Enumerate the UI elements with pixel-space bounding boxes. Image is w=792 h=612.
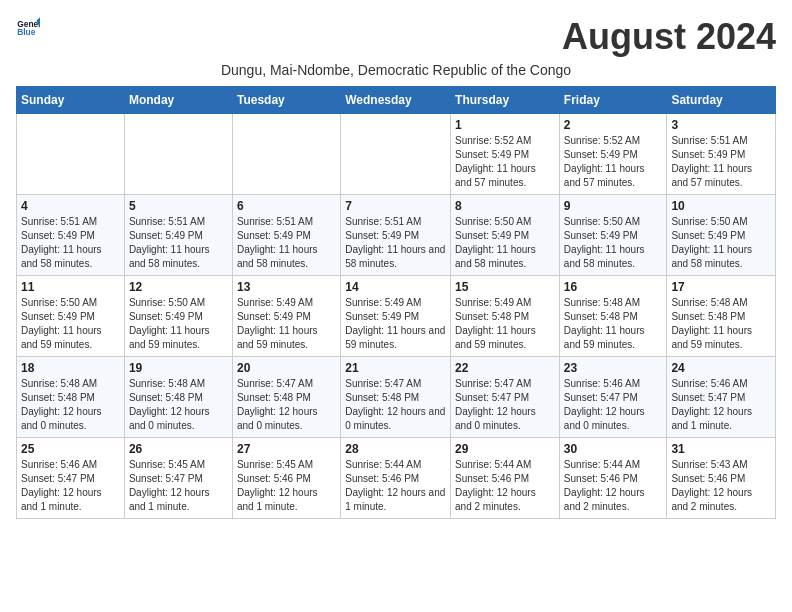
- day-info: Sunrise: 5:46 AM Sunset: 5:47 PM Dayligh…: [564, 377, 663, 433]
- day-info: Sunrise: 5:51 AM Sunset: 5:49 PM Dayligh…: [21, 215, 120, 271]
- calendar-cell: 11Sunrise: 5:50 AM Sunset: 5:49 PM Dayli…: [17, 276, 125, 357]
- day-number: 13: [237, 280, 336, 294]
- day-info: Sunrise: 5:50 AM Sunset: 5:49 PM Dayligh…: [671, 215, 771, 271]
- calendar-cell: 27Sunrise: 5:45 AM Sunset: 5:46 PM Dayli…: [232, 438, 340, 519]
- day-number: 29: [455, 442, 555, 456]
- day-info: Sunrise: 5:45 AM Sunset: 5:47 PM Dayligh…: [129, 458, 228, 514]
- calendar-week-row: 11Sunrise: 5:50 AM Sunset: 5:49 PM Dayli…: [17, 276, 776, 357]
- calendar-body: 1Sunrise: 5:52 AM Sunset: 5:49 PM Daylig…: [17, 114, 776, 519]
- calendar-cell: 5Sunrise: 5:51 AM Sunset: 5:49 PM Daylig…: [124, 195, 232, 276]
- day-info: Sunrise: 5:48 AM Sunset: 5:48 PM Dayligh…: [129, 377, 228, 433]
- day-info: Sunrise: 5:52 AM Sunset: 5:49 PM Dayligh…: [455, 134, 555, 190]
- calendar-cell: 9Sunrise: 5:50 AM Sunset: 5:49 PM Daylig…: [559, 195, 667, 276]
- calendar-cell: 10Sunrise: 5:50 AM Sunset: 5:49 PM Dayli…: [667, 195, 776, 276]
- day-info: Sunrise: 5:51 AM Sunset: 5:49 PM Dayligh…: [671, 134, 771, 190]
- day-info: Sunrise: 5:49 AM Sunset: 5:49 PM Dayligh…: [237, 296, 336, 352]
- day-info: Sunrise: 5:50 AM Sunset: 5:49 PM Dayligh…: [21, 296, 120, 352]
- calendar-cell: [341, 114, 451, 195]
- day-number: 8: [455, 199, 555, 213]
- day-number: 14: [345, 280, 446, 294]
- day-number: 6: [237, 199, 336, 213]
- calendar-cell: 18Sunrise: 5:48 AM Sunset: 5:48 PM Dayli…: [17, 357, 125, 438]
- svg-text:Blue: Blue: [17, 27, 36, 37]
- day-number: 26: [129, 442, 228, 456]
- day-info: Sunrise: 5:51 AM Sunset: 5:49 PM Dayligh…: [237, 215, 336, 271]
- day-info: Sunrise: 5:44 AM Sunset: 5:46 PM Dayligh…: [564, 458, 663, 514]
- day-info: Sunrise: 5:48 AM Sunset: 5:48 PM Dayligh…: [564, 296, 663, 352]
- column-header-wednesday: Wednesday: [341, 87, 451, 114]
- column-header-monday: Monday: [124, 87, 232, 114]
- calendar-cell: 23Sunrise: 5:46 AM Sunset: 5:47 PM Dayli…: [559, 357, 667, 438]
- column-header-saturday: Saturday: [667, 87, 776, 114]
- calendar-cell: [124, 114, 232, 195]
- day-number: 24: [671, 361, 771, 375]
- day-info: Sunrise: 5:47 AM Sunset: 5:47 PM Dayligh…: [455, 377, 555, 433]
- day-info: Sunrise: 5:45 AM Sunset: 5:46 PM Dayligh…: [237, 458, 336, 514]
- calendar-week-row: 4Sunrise: 5:51 AM Sunset: 5:49 PM Daylig…: [17, 195, 776, 276]
- day-number: 21: [345, 361, 446, 375]
- calendar-cell: 25Sunrise: 5:46 AM Sunset: 5:47 PM Dayli…: [17, 438, 125, 519]
- calendar-cell: 19Sunrise: 5:48 AM Sunset: 5:48 PM Dayli…: [124, 357, 232, 438]
- day-number: 16: [564, 280, 663, 294]
- day-number: 5: [129, 199, 228, 213]
- day-info: Sunrise: 5:47 AM Sunset: 5:48 PM Dayligh…: [237, 377, 336, 433]
- day-number: 10: [671, 199, 771, 213]
- day-info: Sunrise: 5:49 AM Sunset: 5:48 PM Dayligh…: [455, 296, 555, 352]
- day-info: Sunrise: 5:50 AM Sunset: 5:49 PM Dayligh…: [455, 215, 555, 271]
- column-header-friday: Friday: [559, 87, 667, 114]
- day-info: Sunrise: 5:44 AM Sunset: 5:46 PM Dayligh…: [455, 458, 555, 514]
- calendar-cell: 3Sunrise: 5:51 AM Sunset: 5:49 PM Daylig…: [667, 114, 776, 195]
- calendar-cell: 8Sunrise: 5:50 AM Sunset: 5:49 PM Daylig…: [451, 195, 560, 276]
- column-header-tuesday: Tuesday: [232, 87, 340, 114]
- calendar-cell: 17Sunrise: 5:48 AM Sunset: 5:48 PM Dayli…: [667, 276, 776, 357]
- day-number: 7: [345, 199, 446, 213]
- day-info: Sunrise: 5:47 AM Sunset: 5:48 PM Dayligh…: [345, 377, 446, 433]
- calendar-cell: 16Sunrise: 5:48 AM Sunset: 5:48 PM Dayli…: [559, 276, 667, 357]
- calendar-cell: [232, 114, 340, 195]
- calendar-cell: 1Sunrise: 5:52 AM Sunset: 5:49 PM Daylig…: [451, 114, 560, 195]
- day-info: Sunrise: 5:46 AM Sunset: 5:47 PM Dayligh…: [21, 458, 120, 514]
- day-number: 11: [21, 280, 120, 294]
- calendar-table: SundayMondayTuesdayWednesdayThursdayFrid…: [16, 86, 776, 519]
- calendar-cell: [17, 114, 125, 195]
- calendar-header-row: SundayMondayTuesdayWednesdayThursdayFrid…: [17, 87, 776, 114]
- column-header-sunday: Sunday: [17, 87, 125, 114]
- day-number: 9: [564, 199, 663, 213]
- column-header-thursday: Thursday: [451, 87, 560, 114]
- day-info: Sunrise: 5:52 AM Sunset: 5:49 PM Dayligh…: [564, 134, 663, 190]
- calendar-cell: 20Sunrise: 5:47 AM Sunset: 5:48 PM Dayli…: [232, 357, 340, 438]
- calendar-cell: 21Sunrise: 5:47 AM Sunset: 5:48 PM Dayli…: [341, 357, 451, 438]
- day-number: 31: [671, 442, 771, 456]
- calendar-cell: 29Sunrise: 5:44 AM Sunset: 5:46 PM Dayli…: [451, 438, 560, 519]
- day-info: Sunrise: 5:48 AM Sunset: 5:48 PM Dayligh…: [671, 296, 771, 352]
- day-info: Sunrise: 5:43 AM Sunset: 5:46 PM Dayligh…: [671, 458, 771, 514]
- day-number: 25: [21, 442, 120, 456]
- day-number: 28: [345, 442, 446, 456]
- day-info: Sunrise: 5:46 AM Sunset: 5:47 PM Dayligh…: [671, 377, 771, 433]
- logo: General Blue: [16, 16, 40, 40]
- calendar-cell: 26Sunrise: 5:45 AM Sunset: 5:47 PM Dayli…: [124, 438, 232, 519]
- day-info: Sunrise: 5:51 AM Sunset: 5:49 PM Dayligh…: [345, 215, 446, 271]
- day-info: Sunrise: 5:44 AM Sunset: 5:46 PM Dayligh…: [345, 458, 446, 514]
- day-info: Sunrise: 5:51 AM Sunset: 5:49 PM Dayligh…: [129, 215, 228, 271]
- day-info: Sunrise: 5:50 AM Sunset: 5:49 PM Dayligh…: [564, 215, 663, 271]
- calendar-cell: 15Sunrise: 5:49 AM Sunset: 5:48 PM Dayli…: [451, 276, 560, 357]
- day-number: 17: [671, 280, 771, 294]
- day-number: 2: [564, 118, 663, 132]
- page-header: General Blue August 2024: [16, 16, 776, 58]
- calendar-week-row: 1Sunrise: 5:52 AM Sunset: 5:49 PM Daylig…: [17, 114, 776, 195]
- calendar-cell: 2Sunrise: 5:52 AM Sunset: 5:49 PM Daylig…: [559, 114, 667, 195]
- calendar-cell: 24Sunrise: 5:46 AM Sunset: 5:47 PM Dayli…: [667, 357, 776, 438]
- day-number: 4: [21, 199, 120, 213]
- day-number: 23: [564, 361, 663, 375]
- day-number: 19: [129, 361, 228, 375]
- calendar-week-row: 25Sunrise: 5:46 AM Sunset: 5:47 PM Dayli…: [17, 438, 776, 519]
- calendar-cell: 4Sunrise: 5:51 AM Sunset: 5:49 PM Daylig…: [17, 195, 125, 276]
- calendar-week-row: 18Sunrise: 5:48 AM Sunset: 5:48 PM Dayli…: [17, 357, 776, 438]
- day-number: 3: [671, 118, 771, 132]
- day-info: Sunrise: 5:50 AM Sunset: 5:49 PM Dayligh…: [129, 296, 228, 352]
- calendar-cell: 22Sunrise: 5:47 AM Sunset: 5:47 PM Dayli…: [451, 357, 560, 438]
- calendar-cell: 31Sunrise: 5:43 AM Sunset: 5:46 PM Dayli…: [667, 438, 776, 519]
- day-number: 27: [237, 442, 336, 456]
- day-number: 22: [455, 361, 555, 375]
